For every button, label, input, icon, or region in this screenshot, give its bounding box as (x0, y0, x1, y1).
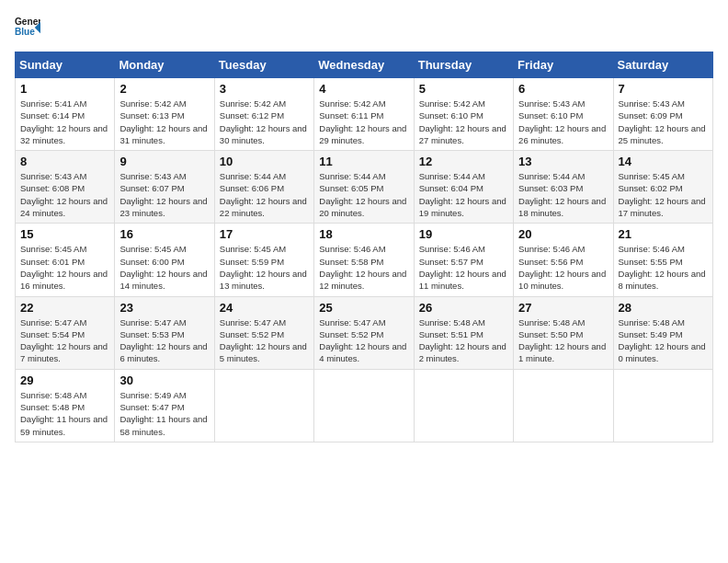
calendar-day-cell: 1 Sunrise: 5:41 AM Sunset: 6:14 PM Dayli… (16, 78, 115, 151)
day-info: Sunrise: 5:46 AM Sunset: 5:58 PM Dayligh… (319, 243, 408, 292)
calendar-week-row: 29 Sunrise: 5:48 AM Sunset: 5:48 PM Dayl… (16, 369, 713, 442)
day-info: Sunrise: 5:43 AM Sunset: 6:07 PM Dayligh… (119, 170, 209, 219)
day-info: Sunrise: 5:44 AM Sunset: 6:05 PM Dayligh… (319, 170, 408, 219)
weekday-header: Tuesday (214, 52, 313, 78)
weekday-header: Saturday (613, 52, 712, 78)
day-number: 15 (20, 227, 109, 241)
calendar-day-cell: 28 Sunrise: 5:48 AM Sunset: 5:49 PM Dayl… (613, 296, 712, 369)
day-info: Sunrise: 5:49 AM Sunset: 5:47 PM Dayligh… (119, 389, 209, 438)
calendar-day-cell (214, 369, 313, 442)
logo-icon: General Blue (15, 15, 40, 40)
day-info: Sunrise: 5:45 AM Sunset: 6:00 PM Dayligh… (119, 243, 209, 292)
calendar-day-cell: 15 Sunrise: 5:45 AM Sunset: 6:01 PM Dayl… (16, 224, 115, 296)
day-number: 7 (619, 82, 708, 96)
day-info: Sunrise: 5:46 AM Sunset: 5:56 PM Dayligh… (518, 243, 608, 292)
page-header: General Blue (15, 15, 713, 40)
calendar-day-cell (514, 369, 613, 442)
calendar-day-cell: 17 Sunrise: 5:45 AM Sunset: 5:59 PM Dayl… (214, 224, 313, 296)
day-info: Sunrise: 5:42 AM Sunset: 6:11 PM Dayligh… (319, 98, 408, 146)
day-info: Sunrise: 5:46 AM Sunset: 5:57 PM Dayligh… (419, 243, 508, 292)
calendar-day-cell: 8 Sunrise: 5:43 AM Sunset: 6:08 PM Dayli… (16, 151, 115, 224)
svg-text:Blue: Blue (15, 27, 35, 37)
calendar-week-row: 15 Sunrise: 5:45 AM Sunset: 6:01 PM Dayl… (16, 224, 713, 296)
day-info: Sunrise: 5:48 AM Sunset: 5:51 PM Dayligh… (419, 316, 508, 365)
calendar-day-cell: 18 Sunrise: 5:46 AM Sunset: 5:58 PM Dayl… (314, 224, 414, 296)
day-number: 30 (119, 373, 209, 387)
calendar-day-cell: 29 Sunrise: 5:48 AM Sunset: 5:48 PM Dayl… (16, 369, 115, 442)
day-number: 12 (419, 155, 508, 168)
day-number: 18 (319, 227, 408, 241)
day-number: 1 (20, 82, 109, 96)
day-info: Sunrise: 5:44 AM Sunset: 6:03 PM Dayligh… (518, 170, 608, 219)
day-number: 21 (619, 227, 708, 241)
day-info: Sunrise: 5:47 AM Sunset: 5:53 PM Dayligh… (119, 316, 209, 365)
day-info: Sunrise: 5:44 AM Sunset: 6:06 PM Dayligh… (220, 170, 309, 219)
day-number: 25 (319, 301, 408, 315)
calendar-day-cell: 22 Sunrise: 5:47 AM Sunset: 5:54 PM Dayl… (16, 296, 115, 369)
day-number: 16 (119, 227, 209, 241)
calendar-day-cell: 3 Sunrise: 5:42 AM Sunset: 6:12 PM Dayli… (214, 78, 313, 151)
day-info: Sunrise: 5:44 AM Sunset: 6:04 PM Dayligh… (419, 170, 508, 219)
calendar-day-cell: 25 Sunrise: 5:47 AM Sunset: 5:52 PM Dayl… (314, 296, 414, 369)
weekday-header: Friday (514, 52, 613, 78)
calendar-day-cell: 21 Sunrise: 5:46 AM Sunset: 5:55 PM Dayl… (613, 224, 712, 296)
calendar-day-cell: 20 Sunrise: 5:46 AM Sunset: 5:56 PM Dayl… (514, 224, 613, 296)
weekday-header: Sunday (16, 52, 115, 78)
calendar-day-cell: 30 Sunrise: 5:49 AM Sunset: 5:47 PM Dayl… (115, 369, 214, 442)
calendar-day-cell: 11 Sunrise: 5:44 AM Sunset: 6:05 PM Dayl… (314, 151, 414, 224)
calendar-day-cell: 12 Sunrise: 5:44 AM Sunset: 6:04 PM Dayl… (414, 151, 513, 224)
calendar-header-row: SundayMondayTuesdayWednesdayThursdayFrid… (16, 52, 713, 78)
day-number: 9 (119, 155, 209, 168)
day-number: 26 (419, 301, 508, 315)
day-number: 5 (419, 82, 508, 96)
calendar-day-cell: 13 Sunrise: 5:44 AM Sunset: 6:03 PM Dayl… (514, 151, 613, 224)
day-number: 28 (619, 301, 708, 315)
calendar-day-cell: 27 Sunrise: 5:48 AM Sunset: 5:50 PM Dayl… (514, 296, 613, 369)
day-info: Sunrise: 5:43 AM Sunset: 6:10 PM Dayligh… (518, 98, 608, 146)
day-number: 4 (319, 82, 408, 96)
day-info: Sunrise: 5:42 AM Sunset: 6:13 PM Dayligh… (119, 98, 209, 146)
calendar-day-cell (314, 369, 414, 442)
calendar-day-cell: 23 Sunrise: 5:47 AM Sunset: 5:53 PM Dayl… (115, 296, 214, 369)
svg-text:General: General (15, 17, 40, 27)
calendar-day-cell: 10 Sunrise: 5:44 AM Sunset: 6:06 PM Dayl… (214, 151, 313, 224)
day-number: 6 (518, 82, 608, 96)
day-info: Sunrise: 5:42 AM Sunset: 6:10 PM Dayligh… (419, 98, 508, 146)
day-number: 19 (419, 227, 508, 241)
day-number: 27 (518, 301, 608, 315)
day-number: 23 (119, 301, 209, 315)
calendar-day-cell: 24 Sunrise: 5:47 AM Sunset: 5:52 PM Dayl… (214, 296, 313, 369)
day-info: Sunrise: 5:42 AM Sunset: 6:12 PM Dayligh… (220, 98, 309, 146)
calendar-day-cell: 26 Sunrise: 5:48 AM Sunset: 5:51 PM Dayl… (414, 296, 513, 369)
calendar-day-cell (613, 369, 712, 442)
calendar-table: SundayMondayTuesdayWednesdayThursdayFrid… (15, 52, 713, 442)
calendar-day-cell: 4 Sunrise: 5:42 AM Sunset: 6:11 PM Dayli… (314, 78, 414, 151)
day-number: 2 (119, 82, 209, 96)
day-number: 3 (220, 82, 309, 96)
day-info: Sunrise: 5:43 AM Sunset: 6:08 PM Dayligh… (20, 170, 109, 219)
day-info: Sunrise: 5:48 AM Sunset: 5:50 PM Dayligh… (518, 316, 608, 365)
day-number: 29 (20, 373, 109, 387)
calendar-day-cell: 14 Sunrise: 5:45 AM Sunset: 6:02 PM Dayl… (613, 151, 712, 224)
calendar-day-cell: 6 Sunrise: 5:43 AM Sunset: 6:10 PM Dayli… (514, 78, 613, 151)
day-info: Sunrise: 5:47 AM Sunset: 5:52 PM Dayligh… (319, 316, 408, 365)
logo: General Blue (15, 15, 40, 40)
day-info: Sunrise: 5:45 AM Sunset: 6:01 PM Dayligh… (20, 243, 109, 292)
day-number: 8 (20, 155, 109, 168)
day-info: Sunrise: 5:47 AM Sunset: 5:54 PM Dayligh… (20, 316, 109, 365)
day-number: 22 (20, 301, 109, 315)
day-info: Sunrise: 5:48 AM Sunset: 5:49 PM Dayligh… (619, 316, 708, 365)
day-info: Sunrise: 5:46 AM Sunset: 5:55 PM Dayligh… (619, 243, 708, 292)
calendar-day-cell: 16 Sunrise: 5:45 AM Sunset: 6:00 PM Dayl… (115, 224, 214, 296)
weekday-header: Monday (115, 52, 214, 78)
calendar-day-cell: 2 Sunrise: 5:42 AM Sunset: 6:13 PM Dayli… (115, 78, 214, 151)
day-info: Sunrise: 5:43 AM Sunset: 6:09 PM Dayligh… (619, 98, 708, 146)
day-number: 14 (619, 155, 708, 168)
day-number: 10 (220, 155, 309, 168)
day-info: Sunrise: 5:47 AM Sunset: 5:52 PM Dayligh… (220, 316, 309, 365)
calendar-day-cell: 19 Sunrise: 5:46 AM Sunset: 5:57 PM Dayl… (414, 224, 513, 296)
day-number: 24 (220, 301, 309, 315)
day-number: 13 (518, 155, 608, 168)
calendar-day-cell: 7 Sunrise: 5:43 AM Sunset: 6:09 PM Dayli… (613, 78, 712, 151)
calendar-day-cell: 9 Sunrise: 5:43 AM Sunset: 6:07 PM Dayli… (115, 151, 214, 224)
